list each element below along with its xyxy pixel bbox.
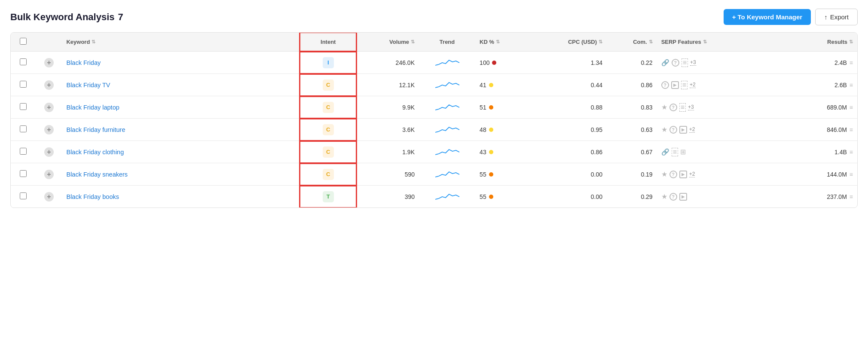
results-col-header: Results ⇅ xyxy=(782,33,857,52)
com-value-1: 0.86 xyxy=(641,82,652,88)
results-value-1: 2.6B xyxy=(834,82,847,88)
intent-badge-6: T xyxy=(323,191,334,202)
serp-icon-5-2: ▶ xyxy=(679,171,687,178)
table-row: + Black Friday sneakersC590 55 0.000.19★… xyxy=(11,163,857,186)
results-detail-icon-4[interactable]: ≡ xyxy=(850,149,853,156)
keyword-link-2[interactable]: Black Friday laptop xyxy=(66,104,119,111)
serp-icon-6-2: ▶ xyxy=(679,193,687,201)
com-col-header: Com. ⇅ xyxy=(607,33,657,52)
serp-icon-1-2: ≡ xyxy=(681,81,688,89)
kd-cell-5: 55 xyxy=(480,171,534,178)
row-checkbox-2[interactable] xyxy=(20,103,27,110)
trend-sparkline-0 xyxy=(434,61,460,68)
serp-filter-icon[interactable]: ⇅ xyxy=(703,39,707,45)
results-cell-0: 2.4B ≡ xyxy=(786,59,853,66)
volume-filter-icon[interactable]: ⇅ xyxy=(411,39,415,45)
com-value-0: 0.22 xyxy=(641,59,652,66)
plus-icon: + xyxy=(47,59,51,66)
serp-icon-1-0: ? xyxy=(661,81,669,89)
results-detail-icon-3[interactable]: ≡ xyxy=(850,126,853,133)
serp-plus-5[interactable]: +2 xyxy=(689,171,695,177)
row-checkbox-6[interactable] xyxy=(20,192,27,199)
serp-plus-2[interactable]: +3 xyxy=(688,104,694,110)
add-keyword-button-4[interactable]: + xyxy=(44,147,54,157)
keyword-link-3[interactable]: Black Friday furniture xyxy=(66,126,125,133)
intent-badge-5: C xyxy=(323,169,334,180)
export-button[interactable]: ↑ Export xyxy=(815,9,858,25)
keyword-link-1[interactable]: Black Friday TV xyxy=(66,82,110,88)
plus-icon: + xyxy=(47,82,51,88)
keyword-filter-icon[interactable]: ⇅ xyxy=(92,39,95,45)
add-keyword-button-3[interactable]: + xyxy=(44,125,54,134)
volume-value-6: 390 xyxy=(405,193,415,200)
volume-col-header: Volume ⇅ xyxy=(356,33,419,52)
kd-value-4: 43 xyxy=(480,149,486,156)
trend-sparkline-6 xyxy=(434,195,460,202)
to-keyword-manager-button[interactable]: + To Keyword Manager xyxy=(724,9,811,25)
keyword-link-4[interactable]: Black Friday clothing xyxy=(66,149,124,156)
keyword-link-5[interactable]: Black Friday sneakers xyxy=(66,171,128,178)
row-checkbox-5[interactable] xyxy=(20,170,27,177)
plus-icon: + xyxy=(47,193,51,200)
results-filter-icon[interactable]: ⇅ xyxy=(849,39,853,45)
keyword-link-6[interactable]: Black Friday books xyxy=(66,193,119,200)
trend-sparkline-5 xyxy=(434,173,460,180)
serp-plus-3[interactable]: +2 xyxy=(689,126,695,133)
table-row: + Black Friday furnitureC3.6K 48 0.950.6… xyxy=(11,119,857,141)
add-keyword-button-6[interactable]: + xyxy=(44,192,54,201)
cpc-value-0: 1.34 xyxy=(591,59,602,66)
serp-icon-2-1: ? xyxy=(669,104,677,111)
com-value-2: 0.83 xyxy=(641,104,652,111)
results-detail-icon-2[interactable]: ≡ xyxy=(850,104,853,111)
serp-plus-0[interactable]: +3 xyxy=(690,59,696,66)
results-value-6: 237.0M xyxy=(827,193,847,200)
serp-plus-1[interactable]: +2 xyxy=(690,82,696,88)
kd-cell-1: 41 xyxy=(480,82,534,88)
keyword-count: 7 xyxy=(118,12,123,23)
com-filter-icon[interactable]: ⇅ xyxy=(649,39,653,45)
select-all-checkbox[interactable] xyxy=(20,38,27,45)
add-keyword-button-2[interactable]: + xyxy=(44,103,54,112)
add-keyword-button-1[interactable]: + xyxy=(44,80,54,90)
results-detail-icon-0[interactable]: ≡ xyxy=(850,59,853,66)
table-row: + Black Friday booksT390 55 0.000.29★?▶ … xyxy=(11,186,857,208)
plus-icon: + xyxy=(47,126,51,133)
serp-icon-5-1: ? xyxy=(669,171,677,178)
row-checkbox-4[interactable] xyxy=(20,148,27,155)
row-checkbox-0[interactable] xyxy=(20,58,27,65)
keyword-link-0[interactable]: Black Friday xyxy=(66,59,101,66)
serp-icon-4-0: 🔗 xyxy=(661,148,669,156)
table-header-row: Keyword ⇅ Intent Volume ⇅ xyxy=(11,33,857,52)
kd-col-header: KD % ⇅ xyxy=(475,33,538,52)
results-detail-icon-5[interactable]: ≡ xyxy=(850,171,853,178)
row-checkbox-1[interactable] xyxy=(20,81,27,88)
kd-dot-0 xyxy=(492,61,496,65)
add-col-header xyxy=(36,33,62,52)
serp-icon-0-0: 🔗 xyxy=(661,59,669,67)
add-keyword-button-5[interactable]: + xyxy=(44,170,54,179)
kd-value-1: 41 xyxy=(480,82,486,88)
results-value-4: 1.4B xyxy=(834,149,847,156)
results-detail-icon-1[interactable]: ≡ xyxy=(850,82,853,88)
add-keyword-button-0[interactable]: + xyxy=(44,58,54,67)
cpc-filter-icon[interactable]: ⇅ xyxy=(599,39,602,45)
cpc-col-header: CPC (USD) ⇅ xyxy=(538,33,607,52)
serp-icon-0-1: ? xyxy=(672,59,679,67)
results-detail-icon-6[interactable]: ≡ xyxy=(850,193,853,200)
trend-col-header: Trend xyxy=(419,33,475,52)
intent-badge-4: C xyxy=(323,146,334,158)
results-cell-3: 846.0M ≡ xyxy=(786,126,853,133)
trend-sparkline-4 xyxy=(434,151,460,158)
intent-col-header: Intent xyxy=(300,33,356,52)
table-row: + Black Friday laptopC9.9K 51 0.880.83★?… xyxy=(11,96,857,119)
kd-cell-6: 55 xyxy=(480,193,534,200)
kd-filter-icon[interactable]: ⇅ xyxy=(496,39,500,45)
com-value-5: 0.19 xyxy=(641,171,652,178)
header-actions: + To Keyword Manager ↑ Export xyxy=(724,9,858,25)
cpc-value-5: 0.00 xyxy=(591,171,602,178)
results-cell-1: 2.6B ≡ xyxy=(786,82,853,88)
kd-value-6: 55 xyxy=(480,193,486,200)
row-checkbox-3[interactable] xyxy=(20,125,27,132)
cpc-value-1: 0.44 xyxy=(591,82,602,88)
keyword-table: Keyword ⇅ Intent Volume ⇅ xyxy=(11,33,857,208)
